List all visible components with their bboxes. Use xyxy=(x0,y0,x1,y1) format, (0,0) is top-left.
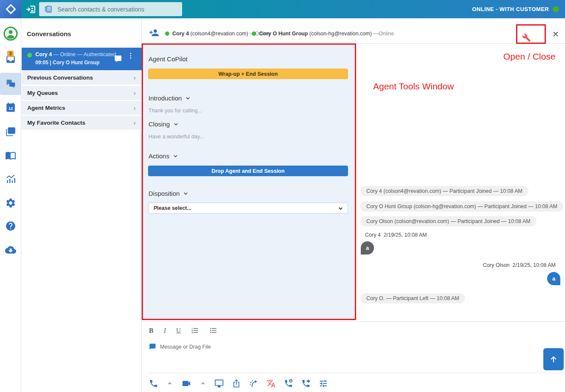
conversation-chat-icon[interactable] xyxy=(114,55,122,63)
chevron-right-icon: › xyxy=(134,119,136,127)
section-previous-conversations[interactable]: Previous Conversations › xyxy=(22,71,142,86)
nav-downloads[interactable] xyxy=(0,240,21,259)
drop-agent-end-session-button[interactable]: Drop Agent and End Session xyxy=(148,166,348,176)
section-agent-metrics[interactable]: Agent Metrics › xyxy=(22,101,142,116)
chevron-down-icon xyxy=(173,153,178,159)
copilot-title: Agent CoPilot xyxy=(148,55,188,63)
add-participant-button[interactable] xyxy=(149,28,159,38)
status-online-dot-icon xyxy=(553,6,559,12)
audio-settings-button[interactable] xyxy=(319,379,328,388)
bulleted-list-button[interactable] xyxy=(209,326,217,335)
conversation-name: Cory 4 xyxy=(35,52,52,57)
calendar-day-label: 12 xyxy=(9,106,13,111)
profile-avatar-icon xyxy=(3,26,18,41)
system-event-pill: Cory O Hunt Group (colson-hg@revation.co… xyxy=(360,201,563,212)
bold-button[interactable]: B xyxy=(149,327,154,335)
agent-status[interactable]: ONLINE - WITH CUSTOMER xyxy=(472,0,559,18)
search-box xyxy=(39,2,182,16)
phone-options-chevron-button[interactable] xyxy=(166,380,173,387)
app-logo[interactable] xyxy=(0,0,21,18)
disposition-select[interactable]: Please select... xyxy=(148,203,348,214)
introduction-section-header[interactable]: Introduction xyxy=(148,94,191,102)
phone-park-button[interactable]: P xyxy=(284,379,293,388)
chevron-down-icon xyxy=(338,206,343,211)
message-placeholder: Message or Drag File xyxy=(160,344,211,350)
chevron-right-icon: › xyxy=(134,74,136,82)
agent-copilot-panel: Agent CoPilot Wrap-up + End Session Intr… xyxy=(143,44,356,319)
screen-share-button[interactable] xyxy=(214,379,224,388)
nav-conversations[interactable] xyxy=(0,73,21,95)
file-share-button[interactable] xyxy=(232,379,241,388)
close-conversation-button[interactable]: ✕ xyxy=(552,29,559,39)
video-options-chevron-button[interactable] xyxy=(200,380,206,387)
chat-bubble-incoming: a xyxy=(361,241,374,255)
introduction-snippet[interactable]: Thank you for calling... xyxy=(148,108,202,114)
phone-transfer-button[interactable] xyxy=(301,379,311,388)
underline-button[interactable]: U xyxy=(176,327,181,334)
online-dot-icon xyxy=(252,31,256,36)
participant-2: Cory O Hunt Group (colson-hg@revation.co… xyxy=(252,31,394,37)
annotation-open-close: Open / Close xyxy=(503,52,556,62)
closing-section-header[interactable]: Closing xyxy=(148,120,179,128)
message-input[interactable]: Message or Drag File xyxy=(149,343,211,350)
dialpad-icon xyxy=(43,5,52,14)
actions-section-header[interactable]: Actions xyxy=(148,152,178,160)
system-event-pill: Cory 4 (colson4@revation.com) — Particip… xyxy=(360,186,528,196)
conversation-header: Cory 4 (colson4@revation.com) —Online Co… xyxy=(142,18,565,44)
chevron-down-icon xyxy=(173,121,179,127)
nav-settings[interactable] xyxy=(0,194,21,212)
section-my-queues[interactable]: My Queues › xyxy=(22,86,142,101)
chevron-right-icon: › xyxy=(134,104,136,112)
message-meta-left: Cory 4 2/19/25, 10:08 AM xyxy=(365,232,427,238)
active-conversation-item[interactable]: Cory 4 — Online — Authenticated 09:05 | … xyxy=(22,48,142,70)
online-dot-icon xyxy=(165,31,169,36)
online-dot-icon xyxy=(27,53,32,57)
message-icon xyxy=(149,343,156,350)
wrapup-end-session-button[interactable]: Wrap-up + End Session xyxy=(148,69,348,79)
phone-call-button[interactable] xyxy=(149,379,158,388)
video-call-button[interactable] xyxy=(181,378,191,389)
chart-icon xyxy=(5,174,16,185)
conversation-line2: 09:05 | Cory O Hunt Group xyxy=(35,60,100,66)
gear-icon xyxy=(5,197,16,209)
conversation-line1: Cory 4 — Online — Authenticated xyxy=(35,52,116,57)
top-bar: ONLINE - WITH CUSTOMER xyxy=(0,0,565,18)
calendar-icon: 12 xyxy=(5,102,16,113)
nav-inbox[interactable]: 3 xyxy=(0,50,21,69)
agent-tools-toggle-button[interactable] xyxy=(522,33,531,42)
chat-bubbles-icon xyxy=(5,78,16,89)
nav-help[interactable] xyxy=(0,217,21,235)
closing-snippet[interactable]: Have a wonderful day... xyxy=(148,134,204,140)
message-composer: B I U Message or Drag File xyxy=(142,321,565,392)
section-my-favorite-contacts[interactable]: My Favorite Contacts › xyxy=(22,116,142,131)
conversations-panel: Conversations Cory 4 — Online — Authenti… xyxy=(22,18,142,392)
book-icon xyxy=(5,150,16,161)
system-event-pill: Cory O. — Participant Left — 10:08 AM xyxy=(360,293,465,303)
svg-text:P: P xyxy=(290,379,291,382)
chevron-right-icon: › xyxy=(134,89,136,97)
cloud-download-icon xyxy=(5,244,16,255)
disposition-section-header[interactable]: Disposition xyxy=(148,190,188,197)
nav-analytics[interactable] xyxy=(0,170,21,189)
chevron-down-icon xyxy=(185,95,191,101)
conversation-menu-button[interactable]: ⋮ xyxy=(127,54,134,57)
add-contact-button[interactable] xyxy=(25,3,37,15)
chat-bubble-outgoing: a xyxy=(547,272,560,285)
numbered-list-button[interactable] xyxy=(191,326,199,335)
agent-status-label: ONLINE - WITH CUSTOMER xyxy=(472,6,549,12)
search-input[interactable] xyxy=(57,6,172,13)
nav-directory[interactable] xyxy=(0,146,21,165)
smart-transfer-button[interactable] xyxy=(249,379,258,388)
conversations-title: Conversations xyxy=(27,30,71,37)
nav-profile[interactable] xyxy=(0,24,21,43)
contact-card-arrow-icon xyxy=(26,4,37,15)
diamond-logo-icon xyxy=(6,4,16,14)
translate-button[interactable] xyxy=(266,379,276,388)
call-toolbar: P xyxy=(149,373,565,392)
send-button[interactable] xyxy=(543,348,564,370)
format-toolbar: B I U xyxy=(149,326,217,335)
italic-button[interactable]: I xyxy=(164,327,166,335)
nav-windows[interactable] xyxy=(0,122,21,141)
nav-calendar[interactable]: 12 xyxy=(0,98,21,117)
chevron-down-icon xyxy=(183,191,188,196)
